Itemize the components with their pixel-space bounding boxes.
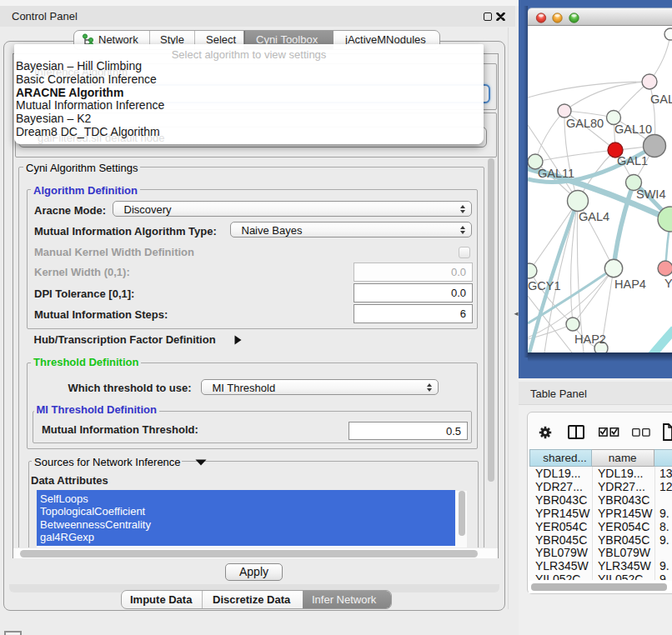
- svg-text:Y: Y: [664, 277, 672, 290]
- svg-text:GCY1: GCY1: [528, 279, 561, 292]
- svg-text:GAL4: GAL4: [579, 210, 609, 223]
- svg-text:GAL10: GAL10: [614, 122, 652, 136]
- svg-text:GAL: GAL: [650, 92, 672, 106]
- svg-text:SWI4: SWI4: [636, 188, 665, 201]
- svg-text:GAL1: GAL1: [617, 154, 648, 168]
- svg-text:GAL80: GAL80: [566, 117, 604, 130]
- svg-text:HAP4: HAP4: [614, 278, 646, 291]
- svg-text:GAL11: GAL11: [538, 167, 574, 180]
- svg-text:HAP2: HAP2: [574, 332, 606, 346]
